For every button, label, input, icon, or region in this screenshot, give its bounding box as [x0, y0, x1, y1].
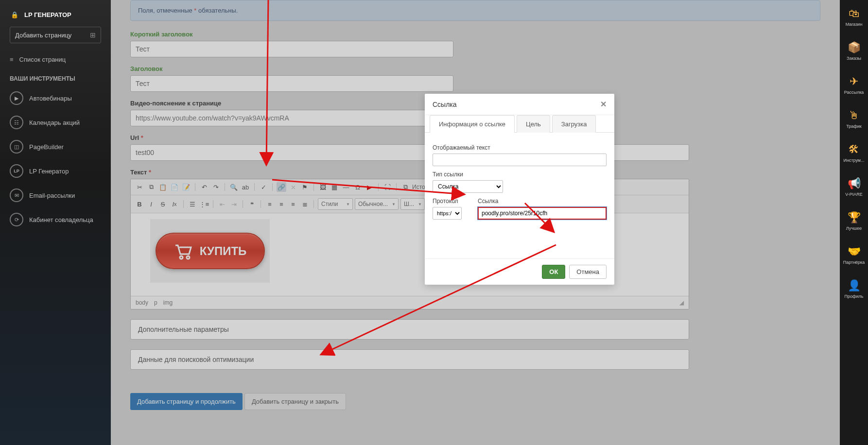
- undo-icon[interactable]: ↶: [199, 182, 209, 192]
- paste-text-icon[interactable]: 📄: [170, 182, 179, 192]
- input-short-title[interactable]: [130, 41, 453, 57]
- tab-upload[interactable]: Загрузка: [552, 115, 596, 133]
- buy-button-image[interactable]: КУПИТЬ: [150, 219, 270, 283]
- numberedlist-icon[interactable]: ☰: [188, 199, 197, 209]
- trophy-icon: 🏆: [848, 211, 861, 224]
- link-dialog: Ссылка ✕ Информация о ссылке Цель Загруз…: [425, 94, 614, 285]
- maximize-icon[interactable]: ⛶: [382, 182, 392, 192]
- outdent-icon[interactable]: ⇤: [217, 199, 227, 209]
- sidebar-item-calendar[interactable]: ☷ Календарь акций: [0, 110, 111, 135]
- select-protocol[interactable]: https://: [433, 207, 462, 220]
- anchor-icon[interactable]: ⚑: [300, 182, 310, 192]
- dialog-title: Ссылка: [433, 101, 457, 108]
- align-left-icon[interactable]: ≡: [265, 199, 275, 209]
- indent-icon[interactable]: ⇥: [229, 199, 239, 209]
- submit-close-button[interactable]: Добавить страницу и закрыть: [244, 393, 346, 410]
- label-link-url: Ссылка: [478, 198, 607, 205]
- image-icon[interactable]: 🖼: [318, 182, 328, 192]
- spellcheck-icon[interactable]: ✓: [259, 182, 268, 192]
- label-short-title: Короткий заголовок: [130, 31, 820, 38]
- right-item-tools[interactable]: 🛠Инструм...: [840, 136, 868, 170]
- add-page-button[interactable]: Добавить страницу ⊞: [10, 27, 101, 43]
- wrench-icon: 🛠: [849, 143, 859, 156]
- italic-icon[interactable]: I: [146, 199, 156, 209]
- sidebar-item-label: Автовебинары: [29, 95, 72, 102]
- bold-icon[interactable]: B: [135, 199, 144, 209]
- tab-link-info[interactable]: Информация о ссылке: [430, 115, 515, 133]
- removeformat-icon[interactable]: Ix: [170, 199, 179, 209]
- replace-icon[interactable]: ab: [241, 182, 250, 192]
- right-item-traffic[interactable]: 🖱Трафик: [840, 102, 868, 136]
- right-item-store[interactable]: 🛍Магазин: [840, 0, 868, 34]
- hr-icon[interactable]: —: [341, 182, 351, 192]
- source-icon[interactable]: ⧉: [400, 182, 410, 192]
- find-icon[interactable]: 🔍: [229, 182, 239, 192]
- play-circle-icon: ▶: [10, 91, 23, 105]
- select-link-type[interactable]: Ссылка: [433, 180, 503, 193]
- right-item-orders[interactable]: 📦Заказы: [840, 34, 868, 68]
- input-title[interactable]: [130, 75, 453, 92]
- sidebar-item-coowner[interactable]: ⟳ Кабинет совладельца: [0, 207, 111, 232]
- path-body[interactable]: body: [136, 299, 148, 306]
- format-select[interactable]: Обычное...: [355, 198, 399, 210]
- sidebar-item-label: Кабинет совладельца: [29, 216, 93, 223]
- paste-icon[interactable]: 📋: [158, 182, 168, 192]
- sidebar-section-tools: ВАШИ ИНСТРУМЕНТЫ: [0, 68, 111, 86]
- table-icon[interactable]: ▦: [330, 182, 339, 192]
- sidebar-item-label: Календарь акций: [29, 119, 80, 126]
- input-display-text[interactable]: [433, 154, 607, 166]
- list-pages-label: Список страниц: [19, 56, 66, 63]
- sidebar-list-pages[interactable]: ≡ Список страниц: [0, 51, 111, 68]
- tab-target[interactable]: Цель: [517, 115, 550, 133]
- strike-icon[interactable]: S: [158, 199, 168, 209]
- close-icon[interactable]: ✕: [600, 100, 607, 109]
- dialog-body: Отображаемый текст Тип ссылки Ссылка Про…: [425, 132, 614, 229]
- redo-icon[interactable]: ↷: [211, 182, 221, 192]
- accordion-extra-params[interactable]: Дополнительные параметры: [130, 319, 689, 340]
- sidebar-item-lpgenerator[interactable]: LP LP Генератор: [0, 159, 111, 183]
- right-item-best[interactable]: 🏆Лучшее: [840, 204, 868, 238]
- svg-point-0: [180, 256, 183, 259]
- align-justify-icon[interactable]: ≣: [300, 199, 310, 209]
- footer-buttons: Добавить страницу и продолжить Добавить …: [130, 393, 820, 410]
- layout-circle-icon: ◫: [10, 140, 23, 154]
- buy-button-label: КУПИТЬ: [200, 244, 247, 258]
- cut-icon[interactable]: ✂: [135, 182, 144, 192]
- youtube-icon[interactable]: ▶: [365, 182, 374, 192]
- input-link-url[interactable]: [478, 207, 607, 220]
- ok-button[interactable]: ОК: [542, 265, 565, 279]
- bag-icon: 🛍: [849, 7, 859, 20]
- dialog-tabs: Информация о ссылке Цель Загрузка: [425, 115, 614, 133]
- unlink-icon[interactable]: ⤫: [288, 182, 298, 192]
- blockquote-icon[interactable]: ❝: [247, 199, 257, 209]
- bulletedlist-icon[interactable]: ⋮≡: [199, 199, 209, 209]
- align-right-icon[interactable]: ≡: [288, 199, 298, 209]
- label-link-type: Тип ссылки: [433, 171, 607, 178]
- path-img[interactable]: img: [163, 299, 173, 306]
- path-p[interactable]: p: [154, 299, 157, 306]
- styles-select[interactable]: Стили: [318, 198, 353, 210]
- specialchar-icon[interactable]: Ω: [353, 182, 363, 192]
- label-title: Заголовок: [130, 65, 820, 72]
- paste-word-icon[interactable]: 📝: [181, 182, 191, 192]
- input-video[interactable]: [130, 110, 453, 126]
- copy-icon[interactable]: ⧉: [146, 182, 156, 192]
- sidebar-item-email[interactable]: ✉ Email-рассылки: [0, 183, 111, 207]
- sidebar-item-pagebuilder[interactable]: ◫ PageBuilder: [0, 135, 111, 159]
- font-select[interactable]: Ш...: [400, 198, 425, 210]
- submit-continue-button[interactable]: Добавить страницу и продолжить: [130, 393, 243, 410]
- sidebar-item-label: LP Генератор: [29, 168, 69, 175]
- right-item-vpiare[interactable]: 📢V-PIARE: [840, 170, 868, 204]
- accordion-seo[interactable]: Данные для поисковой оптимизации: [130, 349, 689, 370]
- cancel-button[interactable]: Отмена: [569, 265, 607, 279]
- right-item-profile[interactable]: 👤Профиль: [840, 272, 868, 306]
- editor-footer: body p img ◢: [131, 296, 689, 309]
- align-center-icon[interactable]: ≡: [277, 199, 286, 209]
- right-item-mailing[interactable]: ✈Рассылка: [840, 68, 868, 102]
- link-icon[interactable]: 🔗: [277, 182, 286, 192]
- svg-point-1: [187, 256, 190, 259]
- resize-handle[interactable]: ◢: [679, 299, 684, 306]
- right-item-partner[interactable]: 🤝Партнёрка: [840, 238, 868, 272]
- sidebar-item-autowebinars[interactable]: ▶ Автовебинары: [0, 86, 111, 110]
- profile-icon: 👤: [848, 279, 861, 292]
